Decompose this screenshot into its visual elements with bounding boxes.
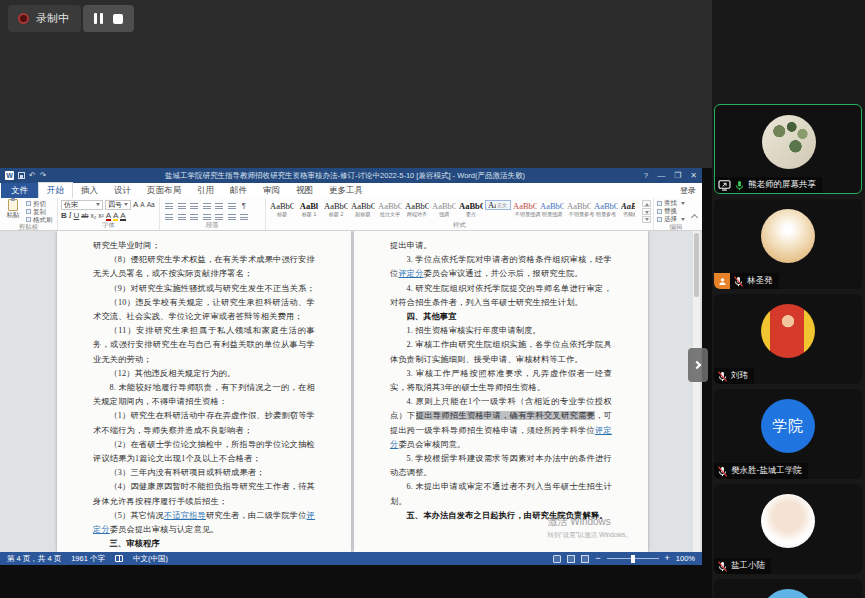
justify-button[interactable] bbox=[201, 211, 212, 220]
document-scrollbar[interactable] bbox=[693, 231, 700, 552]
web-layout-button[interactable] bbox=[581, 555, 589, 563]
subscript-button[interactable]: x₂ bbox=[90, 211, 96, 221]
zoom-slider[interactable] bbox=[607, 558, 659, 559]
increase-indent-button[interactable] bbox=[213, 200, 224, 209]
word-status-bar: 第 4 页，共 4 页 1961 个字 中文(中国) − + 100% bbox=[0, 552, 702, 565]
change-case-button[interactable]: Aa bbox=[147, 200, 155, 210]
styles-scroll-down-icon[interactable] bbox=[642, 208, 651, 215]
sidebar-expand-button[interactable] bbox=[688, 348, 708, 382]
tab-review[interactable]: 审阅 bbox=[255, 183, 288, 198]
participant-tile[interactable] bbox=[714, 579, 862, 598]
numbering-button[interactable] bbox=[176, 200, 187, 209]
word-count[interactable]: 1961 个字 bbox=[71, 554, 105, 564]
show-marks-button[interactable]: ¶ bbox=[238, 200, 249, 209]
style-chip[interactable]: AaBbCcD书籍标题 bbox=[620, 200, 635, 219]
style-chip[interactable]: AaBbCcL明显参考 bbox=[593, 200, 619, 219]
tab-insert[interactable]: 插入 bbox=[73, 183, 106, 198]
tab-file[interactable]: 文件 bbox=[1, 183, 38, 198]
language-indicator[interactable]: 中文(中国) bbox=[133, 554, 168, 564]
shading-button[interactable] bbox=[226, 211, 237, 220]
tab-references[interactable]: 引用 bbox=[189, 183, 222, 198]
font-name-select[interactable]: 仿宋 bbox=[61, 200, 103, 210]
select-button[interactable]: 选择 bbox=[657, 215, 695, 223]
doc-paragraph: （12）其他违反相关规定行为的。 bbox=[93, 367, 315, 381]
paste-icon bbox=[8, 199, 18, 211]
bold-button[interactable]: B bbox=[61, 211, 67, 221]
participant-tile[interactable]: 刘玮 bbox=[714, 294, 862, 384]
recording-status: 录制中 bbox=[8, 5, 81, 32]
shrink-font-button[interactable]: A bbox=[140, 200, 144, 210]
text-highlight-button[interactable]: A bbox=[113, 211, 118, 220]
stop-recording-button[interactable] bbox=[113, 14, 123, 24]
participant-tile[interactable]: 学院 樊永胜-盐城工学院 bbox=[714, 389, 862, 479]
tab-more-tools[interactable]: 更多工具 bbox=[321, 183, 371, 198]
tab-mailings[interactable]: 邮件 bbox=[222, 183, 255, 198]
find-button[interactable]: 查找 bbox=[657, 199, 695, 207]
style-chip[interactable]: AaBbCcI两端对齐 bbox=[404, 200, 430, 219]
style-chip-selected[interactable]: AaBbCcD正文 bbox=[485, 200, 511, 210]
format-painter-button[interactable]: 格式刷 bbox=[26, 216, 53, 223]
borders-button[interactable] bbox=[238, 211, 249, 220]
copy-button[interactable]: 复制 bbox=[26, 208, 53, 215]
align-center-button[interactable] bbox=[176, 211, 187, 220]
tab-home[interactable]: 开始 bbox=[38, 182, 73, 198]
paste-button[interactable]: 粘贴 bbox=[3, 199, 23, 223]
align-left-button[interactable] bbox=[163, 211, 174, 220]
participant-tile[interactable]: 林圣発 bbox=[714, 199, 862, 289]
multilevel-list-button[interactable] bbox=[188, 200, 199, 209]
style-chip[interactable]: AaBbCcD不明显参考 bbox=[566, 200, 592, 219]
cut-button[interactable]: 剪切 bbox=[26, 200, 53, 207]
zoom-slider-thumb[interactable] bbox=[631, 555, 635, 563]
style-chip[interactable]: AaBbCcD要点 bbox=[458, 200, 484, 219]
read-mode-button[interactable] bbox=[553, 555, 561, 563]
print-layout-button[interactable] bbox=[567, 555, 575, 563]
style-chip[interactable]: AaBbC标题 bbox=[269, 200, 295, 219]
underline-button[interactable]: U bbox=[73, 211, 79, 221]
pause-recording-button[interactable] bbox=[94, 13, 103, 24]
scrollbar-thumb[interactable] bbox=[694, 233, 699, 297]
zoom-level[interactable]: 100% bbox=[676, 554, 695, 563]
italic-button[interactable]: I bbox=[69, 211, 72, 221]
doc-paragraph: 5. 学校根据学科建设需求等因素对本办法中的条件进行动态调整。 bbox=[390, 452, 612, 480]
style-chip[interactable]: AaBbCcD强调 bbox=[431, 200, 457, 219]
undo-icon[interactable]: ↶ bbox=[29, 168, 36, 183]
style-chip[interactable]: AaBbCcD明显强调 bbox=[539, 200, 565, 219]
style-chip[interactable]: AaBl标题 1 bbox=[296, 200, 322, 219]
character-shading-button[interactable]: A bbox=[120, 211, 125, 220]
style-chip[interactable]: AaBbCcD不明显强调 bbox=[512, 200, 538, 219]
zoom-in-button[interactable]: + bbox=[665, 554, 670, 563]
font-color-button[interactable]: A bbox=[106, 211, 111, 220]
style-chip[interactable]: AaBbCcD批注文字 bbox=[377, 200, 403, 219]
collapse-ribbon-icon[interactable] bbox=[691, 214, 698, 219]
font-size-select[interactable]: 四号 bbox=[105, 200, 131, 210]
redo-icon[interactable]: ↷ bbox=[40, 168, 47, 183]
help-button[interactable]: ? bbox=[644, 171, 648, 180]
save-icon[interactable] bbox=[18, 172, 25, 179]
minimize-button[interactable]: — bbox=[657, 171, 665, 180]
document-canvas[interactable]: 研究生毕业时间； （8）侵犯研究生学术权益，在有关学术成果中强行安排无关人员署名… bbox=[0, 231, 702, 552]
tab-page-layout[interactable]: 页面布局 bbox=[139, 183, 189, 198]
decrease-indent-button[interactable] bbox=[201, 200, 212, 209]
line-spacing-button[interactable] bbox=[213, 211, 224, 220]
align-right-button[interactable] bbox=[188, 211, 199, 220]
sort-button[interactable] bbox=[226, 200, 237, 209]
restore-button[interactable]: ❐ bbox=[674, 171, 681, 180]
participant-tile[interactable]: 盐工小陆 bbox=[714, 484, 862, 574]
tab-design[interactable]: 设计 bbox=[106, 183, 139, 198]
superscript-button[interactable]: x² bbox=[98, 211, 103, 221]
tab-view[interactable]: 视图 bbox=[288, 183, 321, 198]
replace-button[interactable]: 替换 bbox=[657, 207, 695, 215]
grow-font-button[interactable]: A bbox=[133, 200, 138, 210]
style-chip[interactable]: AaBbC标题 2 bbox=[323, 200, 349, 219]
participant-tile[interactable]: 熊老师的屏幕共享 bbox=[714, 104, 862, 194]
close-button[interactable]: ✕ bbox=[690, 171, 697, 180]
strikethrough-button[interactable]: ab bbox=[81, 211, 88, 221]
page-indicator[interactable]: 第 4 页，共 4 页 bbox=[7, 554, 61, 564]
styles-more-icon[interactable] bbox=[642, 216, 651, 223]
proofing-icon[interactable] bbox=[115, 555, 123, 562]
zoom-out-button[interactable]: − bbox=[595, 554, 600, 563]
style-chip[interactable]: AaBbC副标题 bbox=[350, 200, 376, 219]
bullets-button[interactable] bbox=[163, 200, 174, 209]
sign-in-link[interactable]: 登录 bbox=[680, 185, 696, 196]
styles-scroll-up-icon[interactable] bbox=[642, 200, 651, 207]
